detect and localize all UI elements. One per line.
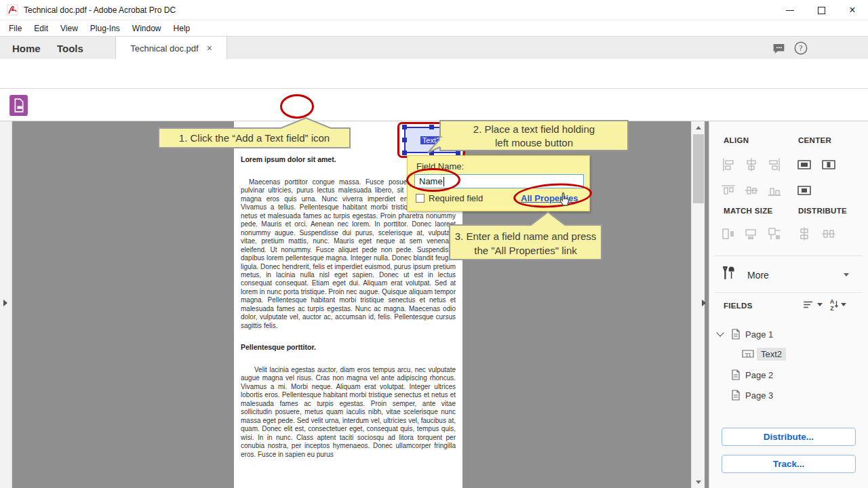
hand-cursor-icon: [558, 191, 572, 207]
prepare-form-icon: [9, 95, 28, 116]
close-window-button[interactable]: ×: [837, 0, 868, 20]
svg-text:Z: Z: [830, 305, 834, 311]
document-area: Lorem ipsum dolor sit amet. Maecenas por…: [0, 121, 709, 488]
minimize-icon: [786, 10, 794, 11]
page-icon: [731, 390, 741, 401]
scrollbar-thumb[interactable]: [693, 134, 704, 203]
match-height-icon[interactable]: [743, 226, 760, 242]
sort-alphabetical-icon[interactable]: AZ: [829, 298, 846, 311]
document-heading-2: Pellentesque porttitor.: [241, 343, 456, 351]
distribute-horizontally-icon[interactable]: [821, 226, 837, 242]
menu-file[interactable]: File: [3, 24, 28, 33]
help-icon[interactable]: ?: [793, 41, 808, 56]
track-button[interactable]: Track...: [722, 455, 856, 473]
align-top-icon[interactable]: [720, 182, 736, 199]
tree-item-label: Page 3: [745, 390, 773, 401]
match-both-icon[interactable]: [766, 226, 783, 242]
minimize-button[interactable]: [774, 0, 806, 20]
distribute-button[interactable]: Distribute...: [722, 428, 856, 446]
menu-window[interactable]: Window: [126, 24, 167, 33]
menu-help[interactable]: Help: [167, 24, 197, 33]
expand-nav-pane-icon[interactable]: [3, 300, 7, 306]
callout-step2-line2: left mouse button: [441, 136, 627, 150]
align-right-icon[interactable]: [766, 157, 783, 173]
center-horizontally-icon[interactable]: [796, 157, 812, 173]
tab-tools[interactable]: Tools: [57, 37, 83, 60]
align-left-icon[interactable]: [720, 157, 736, 173]
resize-handle[interactable]: [402, 150, 407, 155]
scroll-down-icon[interactable]: [694, 478, 703, 486]
resize-handle[interactable]: [429, 125, 434, 129]
align-header: ALIGN: [724, 136, 749, 144]
align-vertical-center-icon[interactable]: [743, 182, 760, 199]
maximize-icon: [818, 7, 825, 14]
maximize-button[interactable]: [806, 0, 837, 20]
sort-order-icon[interactable]: [803, 300, 823, 309]
collapse-panel-icon[interactable]: [702, 300, 706, 306]
svg-text:?: ?: [799, 44, 803, 53]
match-width-icon[interactable]: [720, 226, 736, 242]
tab-bar: Home Tools Technical doc.pdf × ?: [0, 36, 868, 59]
callout-step3-line1: 3. Enter a field name and press: [450, 229, 601, 243]
svg-text:TI: TI: [745, 352, 751, 358]
tree-item-label: Page 2: [745, 370, 773, 380]
navigation-pane-strip[interactable]: [0, 121, 12, 488]
more-tools-icon: [720, 264, 736, 281]
title-bar: Technical doc.pdf - Adobe Acrobat Pro DC…: [0, 0, 868, 20]
tabbar-right-tools: ?: [771, 41, 808, 56]
text-field-icon: TI: [742, 349, 754, 359]
required-field-label: Required field: [429, 193, 483, 203]
document-tab-label: Technical doc.pdf: [130, 43, 198, 54]
annotation-circle-text-field-icon: [280, 94, 314, 119]
more-caret-icon[interactable]: [844, 273, 849, 277]
chevron-down-icon[interactable]: [716, 329, 724, 336]
document-paragraph-2: Velit lacinia egestas auctor, diam eros …: [241, 366, 456, 459]
callout-pointer-up: [526, 211, 570, 227]
callout-step2: 2. Place a text field holding left mouse…: [439, 120, 629, 151]
scroll-up-icon[interactable]: [694, 123, 703, 131]
tree-item-page3[interactable]: Page 3: [731, 387, 773, 403]
callout-step1-text: 1. Click the “Add a Text field” icon: [179, 132, 330, 144]
tab-document[interactable]: Technical doc.pdf ×: [115, 37, 227, 60]
callout-step3-line2: the "All Properties" link: [450, 243, 601, 258]
tab-home[interactable]: Home: [12, 37, 41, 60]
menu-plugins[interactable]: Plug-Ins: [84, 24, 126, 33]
tree-item-page2[interactable]: Page 2: [731, 367, 773, 383]
align-bottom-icon[interactable]: [766, 182, 783, 199]
center-both-icon[interactable]: [796, 182, 812, 199]
distribute-vertically-icon[interactable]: [796, 226, 812, 242]
prepare-form-bar: Prepare Form TI OK ? Preview ×: [0, 89, 868, 121]
resize-handle[interactable]: [456, 150, 460, 155]
align-horizontal-center-icon[interactable]: [743, 157, 760, 173]
tree-item-label: Page 1: [745, 329, 773, 340]
fields-header: FIELDS: [724, 302, 753, 310]
callout-pointer-up: [273, 117, 338, 130]
tree-item-page1[interactable]: Page 1: [717, 326, 773, 342]
panel-divider: [715, 292, 863, 293]
resize-handle[interactable]: [402, 138, 407, 142]
center-vertically-icon[interactable]: [821, 157, 837, 173]
page-icon: [731, 369, 741, 380]
panel-divider: [715, 256, 863, 256]
more-label[interactable]: More: [747, 270, 769, 281]
tree-item-label: Text2: [757, 348, 786, 361]
menu-view[interactable]: View: [54, 24, 84, 33]
right-panel: ALIGN CENTER MATCH SIZE DISTRIBUTE More …: [709, 121, 868, 488]
callout-step1: 1. Click the “Add a Text field” icon: [158, 127, 351, 148]
menu-edit[interactable]: Edit: [28, 24, 54, 33]
required-field-checkbox[interactable]: [416, 194, 425, 203]
document-tab-close-icon[interactable]: ×: [207, 43, 212, 54]
acrobat-window: Technical doc.pdf - Adobe Acrobat Pro DC…: [0, 0, 868, 488]
annotation-circle-name-value: [406, 168, 460, 192]
tree-item-text2[interactable]: TI Text2: [742, 346, 786, 362]
callout-step3: 3. Enter a field name and press the "All…: [449, 224, 602, 260]
resize-handle[interactable]: [402, 125, 407, 129]
acrobat-logo-icon: [7, 4, 18, 16]
distribute-header: DISTRIBUTE: [798, 207, 847, 215]
callout-step2-line1: 2. Place a text field holding: [441, 123, 627, 136]
match-size-header: MATCH SIZE: [724, 207, 772, 215]
comment-bubble-icon[interactable]: [771, 41, 787, 56]
window-controls: ×: [774, 0, 868, 20]
window-title: Technical doc.pdf - Adobe Acrobat Pro DC: [24, 5, 176, 15]
callout-pointer-left: [427, 136, 442, 154]
